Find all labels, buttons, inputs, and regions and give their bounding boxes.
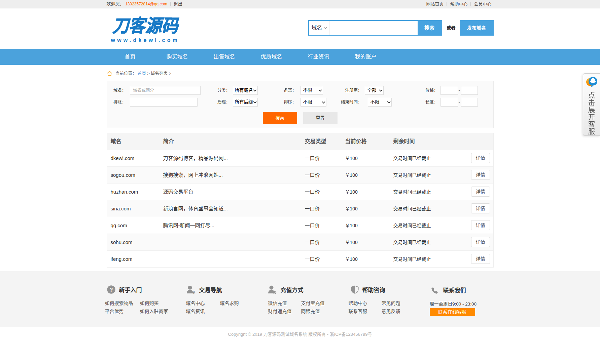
svg-text:¥: ¥ bbox=[192, 290, 195, 294]
svg-text:?: ? bbox=[109, 287, 113, 293]
